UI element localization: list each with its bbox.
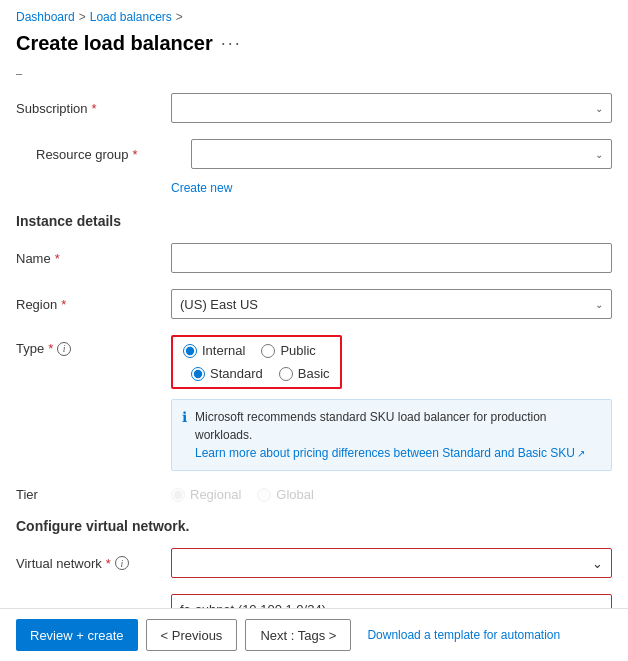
type-radio-group: Internal Public [183, 343, 330, 358]
vnet-chevron-icon: ⌄ [592, 556, 603, 571]
sku-basic-radio[interactable] [279, 367, 293, 381]
resource-group-chevron-icon: ⌄ [595, 149, 603, 160]
subscription-select[interactable]: ⌄ [171, 93, 612, 123]
page-title: Create load balancer [16, 32, 213, 55]
info-banner-link[interactable]: Learn more about pricing differences bet… [195, 444, 601, 462]
region-row: Region * (US) East US ⌄ [16, 283, 612, 319]
sku-standard-option[interactable]: Standard [191, 366, 263, 381]
name-row: Name * [16, 237, 612, 273]
virtual-network-label: Virtual network * i [16, 556, 171, 571]
subscription-row: Subscription * ⌄ [16, 87, 612, 123]
external-link-icon: ↗ [577, 446, 585, 461]
subscription-label: Subscription * [16, 101, 171, 116]
resource-group-required: * [133, 147, 138, 162]
tier-control: Regional Global [171, 487, 612, 502]
region-chevron-icon: ⌄ [595, 299, 603, 310]
sku-standard-radio[interactable] [191, 367, 205, 381]
type-sku-row: Type * i Internal Public [16, 329, 612, 389]
more-options-menu[interactable]: ··· [221, 33, 242, 54]
resource-group-row: Resource group * ⌄ [36, 133, 612, 169]
instance-details-section: Instance details [16, 213, 612, 229]
name-input[interactable] [171, 243, 612, 273]
vnet-info-icon[interactable]: i [115, 556, 129, 570]
sku-basic-option[interactable]: Basic [279, 366, 330, 381]
virtual-network-control: ⌄ [171, 548, 612, 578]
type-internal-option[interactable]: Internal [183, 343, 245, 358]
region-value: (US) East US [180, 297, 258, 312]
subscription-control: ⌄ [171, 93, 612, 123]
region-select[interactable]: (US) East US ⌄ [171, 289, 612, 319]
previous-button[interactable]: < Previous [146, 619, 238, 651]
type-required: * [48, 341, 53, 356]
resource-group-select[interactable]: ⌄ [191, 139, 612, 169]
tier-row: Tier Regional Global [16, 481, 612, 502]
configure-vnet-section: Configure virtual network. [16, 518, 612, 534]
sku-radio-group: Standard Basic [191, 366, 330, 381]
resource-group-control: ⌄ [191, 139, 612, 169]
info-banner: ℹ Microsoft recommends standard SKU load… [171, 399, 612, 471]
breadcrumb-load-balancers[interactable]: Load balancers [90, 10, 172, 24]
download-template-link[interactable]: Download a template for automation [367, 628, 560, 642]
name-label: Name * [16, 251, 171, 266]
type-sku-control: Internal Public Standard [171, 335, 612, 389]
type-label: Type * i [16, 335, 171, 356]
sku-row-inner: Standard Basic [183, 366, 330, 381]
breadcrumb-dashboard[interactable]: Dashboard [16, 10, 75, 24]
next-button[interactable]: Next : Tags > [245, 619, 351, 651]
tier-global-radio[interactable] [257, 488, 271, 502]
region-control: (US) East US ⌄ [171, 289, 612, 319]
tier-regional-option[interactable]: Regional [171, 487, 241, 502]
tier-regional-radio[interactable] [171, 488, 185, 502]
collapsed-section-indicator: – [16, 67, 612, 79]
type-info-icon[interactable]: i [57, 342, 71, 356]
create-new-link[interactable]: Create new [171, 181, 232, 195]
type-public-radio[interactable] [261, 344, 275, 358]
tier-global-option[interactable]: Global [257, 487, 314, 502]
form-scroll-area: – Subscription * ⌄ Resource group * ⌄ Cr… [0, 67, 628, 642]
virtual-network-row: Virtual network * i ⌄ [16, 542, 612, 578]
name-control [171, 243, 612, 273]
subscription-required: * [92, 101, 97, 116]
info-banner-text: Microsoft recommends standard SKU load b… [195, 408, 601, 462]
subscription-chevron-icon: ⌄ [595, 103, 603, 114]
tier-radio-group: Regional Global [171, 487, 314, 502]
page-header: Create load balancer ··· [0, 28, 628, 67]
type-public-option[interactable]: Public [261, 343, 315, 358]
review-create-button[interactable]: Review + create [16, 619, 138, 651]
type-sku-highlight-box: Internal Public Standard [171, 335, 342, 389]
tier-label: Tier [16, 487, 171, 502]
type-internal-radio[interactable] [183, 344, 197, 358]
info-banner-icon: ℹ [182, 409, 187, 462]
breadcrumb: Dashboard > Load balancers > [0, 0, 628, 28]
region-required: * [61, 297, 66, 312]
region-label: Region * [16, 297, 171, 312]
resource-group-label: Resource group * [36, 147, 191, 162]
virtual-network-select[interactable]: ⌄ [171, 548, 612, 578]
footer: Review + create < Previous Next : Tags >… [0, 608, 628, 661]
name-required: * [55, 251, 60, 266]
vnet-required: * [106, 556, 111, 571]
